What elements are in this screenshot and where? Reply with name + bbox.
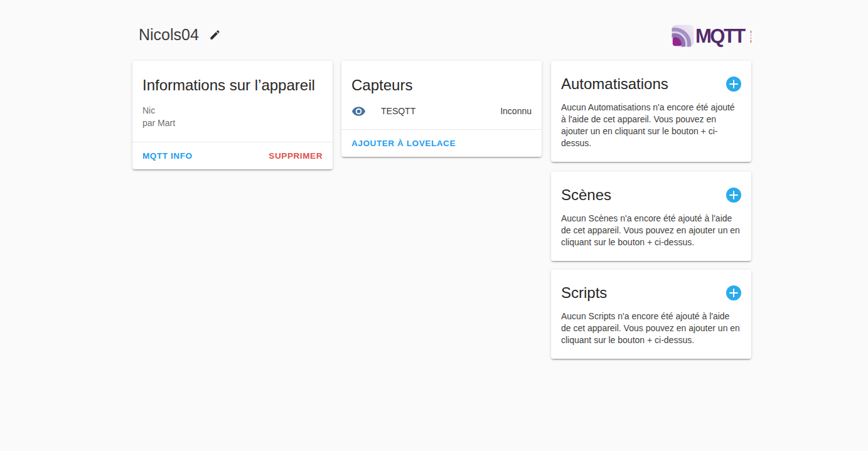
- device-manufacturer: par Mart: [142, 117, 323, 129]
- automations-card-title: Automatisations: [561, 75, 668, 93]
- add-scene-button[interactable]: [726, 188, 741, 203]
- pencil-icon: [209, 29, 221, 41]
- device-info-card: Informations sur l’appareil Nic par Mart…: [132, 61, 333, 169]
- automations-card-header: Automatisations: [551, 61, 751, 102]
- device-info-card-title: Informations sur l’appareil: [132, 61, 333, 104]
- automations-card: Automatisations Aucun Automatisations n'…: [551, 61, 751, 162]
- scenes-card-title: Scènes: [561, 186, 611, 204]
- add-to-lovelace-button[interactable]: AJOUTER À LOVELACE: [346, 134, 461, 153]
- scenes-empty-text: Aucun Scènes n'a encore été ajouté à l'a…: [551, 213, 751, 261]
- add-script-button[interactable]: [726, 285, 741, 300]
- add-automation-button[interactable]: [726, 77, 741, 92]
- delete-device-button[interactable]: SUPPRIMER: [264, 146, 328, 166]
- mqtt-info-button[interactable]: MQTT INFO: [137, 146, 198, 166]
- eye-icon: [351, 104, 366, 119]
- scripts-card-header: Scripts: [551, 270, 751, 310]
- entity-row[interactable]: TESQTT Inconnu: [341, 102, 542, 129]
- device-model: Nic: [142, 104, 323, 117]
- mqtt-logo: MQTT ORG: [672, 24, 751, 47]
- scripts-card: Scripts Aucun Scripts n'a encore été ajo…: [551, 270, 751, 359]
- scenes-card: Scènes Aucun Scènes n'a encore été ajout…: [551, 172, 751, 261]
- scripts-empty-text: Aucun Scripts n'a encore été ajouté à l'…: [551, 310, 751, 359]
- device-name-title: Nicols04: [139, 25, 199, 44]
- sensors-card-title: Capteurs: [341, 61, 542, 104]
- device-info-card-actions: MQTT INFO SUPPRIMER: [132, 142, 333, 169]
- scripts-card-title: Scripts: [561, 284, 607, 302]
- sensors-card: Capteurs TESQTT Inconnu AJOUTER À LOVELA…: [341, 61, 542, 157]
- mqtt-logo-tld: ORG: [749, 29, 751, 44]
- automations-empty-text: Aucun Automatisations n'a encore été ajo…: [551, 102, 751, 162]
- device-info-details: Nic par Mart: [132, 104, 333, 142]
- scenes-card-header: Scènes: [551, 172, 751, 213]
- mqtt-logo-mark: [672, 25, 694, 48]
- edit-device-name-button[interactable]: [209, 28, 222, 41]
- page-header: Nicols04: [139, 25, 222, 44]
- mqtt-logo-text: MQTT: [695, 25, 746, 47]
- sensors-card-actions: AJOUTER À LOVELACE: [341, 129, 542, 157]
- entity-name: TESQTT: [381, 106, 415, 116]
- entity-state: Inconnu: [500, 106, 532, 116]
